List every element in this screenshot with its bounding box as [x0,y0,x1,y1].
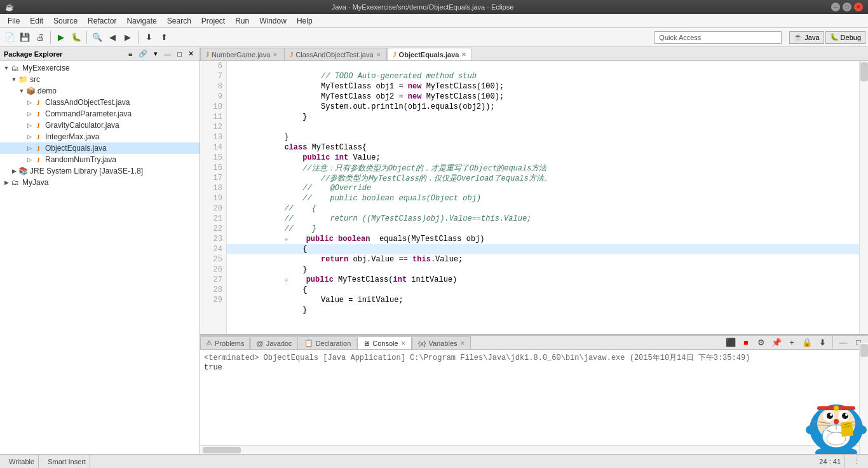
status-menu-button[interactable]: ⋮ [850,457,863,465]
tree-item-gravitycalc[interactable]: ▷ J GravityCalculator.java [0,120,200,131]
separator-3 [138,31,139,44]
prev-annotation[interactable]: ⬆ [157,31,171,45]
expand-arrow-jre[interactable]: ▶ [10,168,18,174]
close-variables-tab[interactable]: ✕ [460,340,465,347]
save-button[interactable]: 💾 [18,31,32,45]
close-console-tab[interactable]: ✕ [401,340,406,347]
java-file-icon-6: J [33,155,43,165]
status-insert-mode: Smart Insert [44,455,90,468]
tab-numbergame[interactable]: J NumberGame.java ✕ [200,48,283,60]
console-scrollbar[interactable] [859,343,868,454]
maximize-panel-button[interactable]: □ [175,50,184,59]
code-line-12: } [227,122,859,132]
menu-search[interactable]: Search [162,15,196,27]
new-console-button[interactable]: + [785,335,799,349]
cursor-pos-text: 24 : 41 [819,458,841,465]
expand-arrow-commandparam[interactable]: ▷ [25,111,33,117]
view-menu-button[interactable]: ▾ [152,49,159,59]
expand-arrow-integermax[interactable]: ▷ [25,134,33,140]
expand-arrow-gravitycalc[interactable]: ▷ [25,122,33,128]
close-button[interactable]: ✕ [854,3,863,11]
menu-source[interactable]: Source [48,15,83,27]
expand-arrow-demo[interactable]: ▼ [18,88,25,94]
minimize-button[interactable]: ─ [831,3,840,11]
close-tab-numbergame[interactable]: ✕ [273,52,278,58]
link-with-editor-button[interactable]: 🔗 [137,49,149,59]
perspective-debug[interactable]: 🐛 Debug [825,31,865,44]
next-annotation[interactable]: ⬇ [142,31,156,45]
menu-file[interactable]: File [3,15,25,27]
console-settings-button[interactable]: ⚙ [754,335,768,349]
output-text: true [204,363,222,372]
close-panel-button[interactable]: ✕ [186,49,196,59]
tree-item-randomnum[interactable]: ▷ J RandomNumTry.java [0,154,200,165]
editor-scrollbar[interactable] [859,61,868,334]
expand-arrow-src[interactable]: ▼ [10,76,18,83]
src-icon: 📁 [18,74,28,85]
search-ext-button[interactable]: 🔍 [90,31,104,45]
menu-help[interactable]: Help [292,15,318,27]
menu-window[interactable]: Window [254,15,292,27]
java-file-icon-2: J [33,109,43,119]
code-lines: // TODO Auto-generated method stub MyTes… [227,61,859,334]
tree-item-objectequals[interactable]: ▷ J ObjectEquals.java [0,142,200,154]
expand-arrow-objectequals[interactable]: ▷ [25,145,33,151]
h-scrollbar-thumb[interactable] [203,447,241,453]
tree-item-myjava[interactable]: ▶ 🗂 MyJava [0,177,200,188]
close-tab-classtest[interactable]: ✕ [376,52,381,58]
tab-classtest[interactable]: J ClassAndObjectTest.java ✕ [284,48,386,60]
scroll-end-button[interactable]: ⬇ [815,335,829,349]
menu-navigate[interactable]: Navigate [121,15,161,27]
menu-project[interactable]: Project [196,15,230,27]
scroll-lock-button[interactable]: 🔒 [800,335,814,349]
expand-arrow-classtest[interactable]: ▷ [25,99,33,106]
tab-objectequals[interactable]: J ObjectEquals.java ✕ [388,48,473,60]
tab-javadoc[interactable]: @ Javadoc [250,336,297,349]
expand-arrow-randomnum[interactable]: ▷ [25,156,33,163]
package-explorer: Package Explorer ≡ 🔗 ▾ — □ ✕ ▼ 🗂 MyExexe… [0,47,200,454]
new-button[interactable]: 📄 [3,31,17,45]
tree-item-integermax[interactable]: ▷ J IntegerMax.java [0,131,200,142]
code-editor[interactable]: 6 7 8 9 10 11 12 13 14 15 16 17 18 19 20… [200,61,868,334]
forward-button[interactable]: ▶ [121,31,135,45]
status-cursor-pos: 24 : 41 [815,455,845,468]
console-scrollbar-thumb[interactable] [860,344,868,357]
maximize-button[interactable]: □ [843,3,851,11]
tree-item-commandparam[interactable]: ▷ J CommandParameter.java [0,108,200,120]
tab-variables[interactable]: {x} Variables ✕ [412,336,471,349]
app-icon: ☕ [5,3,14,11]
print-button[interactable]: 🖨 [33,31,47,45]
expand-arrow-myjava[interactable]: ▶ [3,179,10,186]
tree-item-myexexercise[interactable]: ▼ 🗂 MyExexercise [0,62,200,74]
tab-declaration[interactable]: 📋 Declaration [299,336,357,349]
perspective-java[interactable]: ☕ Java [789,31,824,44]
run-button[interactable]: ▶ [54,31,68,45]
quick-access-box[interactable]: Quick Access [654,31,782,44]
tree-item-src[interactable]: ▼ 📁 src [0,74,200,85]
back-button[interactable]: ◀ [105,31,119,45]
pin-console-button[interactable]: 📌 [770,335,783,349]
scrollbar-thumb[interactable] [860,62,868,81]
collapse-all-button[interactable]: ≡ [126,50,134,59]
expand-arrow-myexexercise[interactable]: ▼ [3,65,10,71]
tree-item-classandobjecttest[interactable]: ▷ J ClassAndObjectTest.java [0,97,200,108]
java-file-icon-1: J [33,97,43,107]
stop-button[interactable]: ■ [739,335,753,349]
minimize-console-button[interactable]: — [836,335,850,349]
tree-item-jre[interactable]: ▶ 📚 JRE System Library [JavaSE-1.8] [0,165,200,177]
code-line-22: ⊖ public boolean equals(MyTestClass obj) [227,224,859,234]
minimize-panel-button[interactable]: — [162,50,173,59]
clear-console-button[interactable]: ⬛ [724,335,738,349]
horizontal-scrollbar[interactable] [200,445,868,454]
tab-problems[interactable]: ⚠ Problems [200,336,250,349]
menu-run[interactable]: Run [230,15,254,27]
menu-refactor[interactable]: Refactor [83,15,121,27]
close-tab-objectequals[interactable]: ✕ [461,52,466,58]
debug-button[interactable]: 🐛 [69,31,83,45]
toolbar: 📄 💾 🖨 ▶ 🐛 🔍 ◀ ▶ ⬇ ⬆ Quick Access ☕ Java … [0,28,868,47]
tree-label-myjava: MyJava [22,178,48,187]
tab-console[interactable]: 🖥 Console ✕ [357,336,411,349]
menu-edit[interactable]: Edit [25,15,48,27]
java-file-icon-4: J [33,132,43,142]
tree-item-demo[interactable]: ▼ 📦 demo [0,85,200,97]
